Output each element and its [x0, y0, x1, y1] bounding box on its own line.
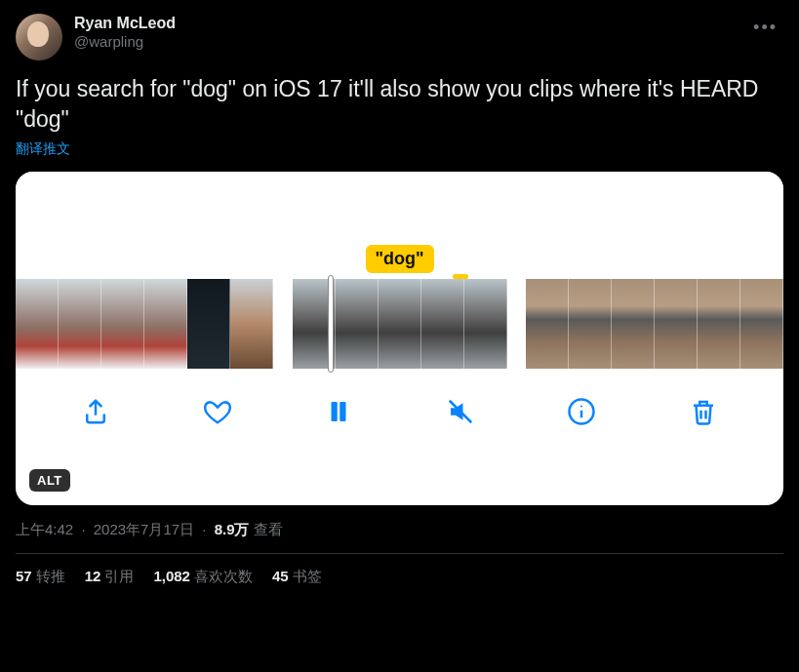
display-name: Ryan McLeod — [74, 14, 176, 33]
info-button[interactable] — [564, 396, 599, 431]
bookmarks-label: 书签 — [293, 568, 322, 584]
timeline-frame — [101, 279, 144, 369]
share-icon — [81, 397, 110, 430]
views-label-text: 查看 — [254, 521, 283, 537]
timeline-frame — [526, 279, 569, 369]
clip-group-3 — [526, 279, 783, 369]
translate-link[interactable]: 翻译推文 — [16, 140, 70, 158]
tweet-meta: 上午4:42 · 2023年7月17日 · 8.9万 查看 — [16, 521, 783, 539]
video-timeline[interactable] — [16, 279, 783, 369]
clip-group-2 — [293, 279, 507, 369]
timeline-frame — [336, 279, 379, 369]
retweets-label: 转推 — [36, 568, 65, 584]
handle: @warpling — [74, 33, 176, 52]
author-names[interactable]: Ryan McLeod @warpling — [74, 14, 176, 52]
timeline-frame — [144, 279, 187, 369]
timeline-frame — [59, 279, 101, 369]
speaker-muted-icon — [446, 397, 475, 430]
timeline-frame — [464, 279, 507, 369]
timeline-frame — [612, 279, 655, 369]
stat-quotes[interactable]: 12引用 — [85, 568, 135, 586]
likes-count: 1,082 — [153, 568, 190, 584]
alt-badge[interactable]: ALT — [29, 469, 70, 492]
timeline-frame — [16, 279, 59, 369]
delete-button[interactable] — [686, 396, 721, 431]
views-count: 8.9万 — [215, 521, 250, 537]
clip-gap — [507, 279, 527, 369]
timeline-frame — [698, 279, 740, 369]
retweets-count: 57 — [16, 568, 32, 584]
info-icon — [567, 397, 596, 430]
pause-button[interactable] — [321, 396, 356, 431]
timeline-frame — [740, 279, 783, 369]
more-button[interactable]: ••• — [747, 14, 783, 42]
share-button[interactable] — [78, 396, 113, 431]
svg-rect-0 — [332, 402, 338, 421]
timeline-frame — [421, 279, 464, 369]
stat-retweets[interactable]: 57转推 — [16, 568, 65, 586]
bookmarks-count: 45 — [272, 568, 289, 584]
tweet-container: Ryan McLeod @warpling ••• If you search … — [0, 0, 799, 586]
tweet-header: Ryan McLeod @warpling ••• — [16, 14, 783, 60]
tweet-text: If you search for "dog" on iOS 17 it'll … — [16, 74, 783, 135]
timeline-frame — [230, 279, 273, 369]
timeline-frame — [187, 279, 230, 369]
avatar[interactable] — [16, 14, 62, 60]
media-toolbar — [16, 369, 783, 458]
stat-bookmarks[interactable]: 45书签 — [272, 568, 322, 586]
dot-separator: · — [81, 521, 85, 537]
dot-separator: · — [202, 521, 206, 537]
likes-label: 喜欢次数 — [194, 568, 253, 584]
stat-likes[interactable]: 1,082喜欢次数 — [153, 568, 253, 586]
playhead[interactable] — [328, 275, 334, 373]
pause-icon — [324, 397, 353, 430]
timeline-frame — [379, 279, 421, 369]
clip-group-1 — [16, 279, 273, 369]
meta-time[interactable]: 上午4:42 — [16, 521, 73, 537]
media-card[interactable]: "dog" — [16, 172, 783, 505]
timeline-frame — [655, 279, 698, 369]
timeline-frame — [569, 279, 612, 369]
quotes-count: 12 — [85, 568, 101, 584]
like-button[interactable] — [200, 396, 235, 431]
svg-rect-1 — [340, 402, 346, 421]
caption-label: "dog" — [365, 245, 433, 273]
svg-point-5 — [580, 405, 582, 407]
tweet-stats: 57转推 12引用 1,082喜欢次数 45书签 — [16, 554, 783, 586]
clip-gap — [273, 279, 293, 369]
trash-icon — [689, 397, 718, 430]
mute-button[interactable] — [443, 396, 478, 431]
heart-icon — [203, 397, 232, 430]
media-top-strip: "dog" — [16, 172, 783, 279]
meta-date[interactable]: 2023年7月17日 — [94, 521, 194, 537]
quotes-label: 引用 — [104, 568, 134, 584]
